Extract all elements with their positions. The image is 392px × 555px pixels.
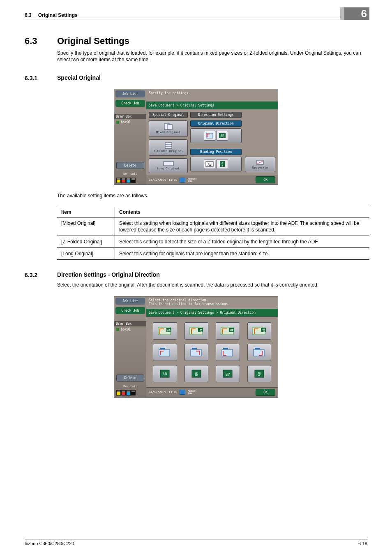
direction-option[interactable] (153, 344, 177, 361)
svg-rect-33 (192, 348, 197, 349)
table-intro: The available setting items are as follo… (57, 192, 367, 199)
message-bar: Specify the settings. (146, 89, 278, 102)
mfp-screenshot-special-original: Job List Check Job User Box box01 Delete… (114, 89, 278, 185)
direction-option[interactable]: AB (184, 365, 209, 382)
mixed-original-button[interactable]: Mixed Original (149, 120, 188, 137)
ok-button[interactable]: OK (256, 389, 275, 396)
z-folded-original-button[interactable]: Z-Folded Original (149, 139, 188, 156)
table-cell-contents: Select this setting for originals that a… (115, 248, 370, 260)
svg-text:B: B (221, 164, 223, 167)
delete-button[interactable]: Delete (116, 375, 144, 382)
page-footer: bizhub C360/C280/C220 6-18 (25, 539, 367, 546)
check-job-tab[interactable]: Check Job (115, 100, 145, 107)
svg-text:AB: AB (226, 372, 230, 376)
binding-position-button[interactable]: AB AB (190, 157, 242, 171)
check-job-tab[interactable]: Check Job (115, 307, 145, 314)
despeckle-icon (256, 160, 265, 165)
delete-button[interactable]: Delete (116, 162, 144, 169)
status-memory-value: 99% (188, 392, 197, 395)
long-original-button[interactable]: Long Original (149, 158, 188, 173)
status-time: 13:10 (168, 391, 177, 394)
despeckle-button[interactable]: Despeckle (245, 157, 275, 172)
user-box-item[interactable]: box01 (114, 119, 146, 125)
status-icon (180, 178, 185, 183)
special-original-column-header: Special Original (149, 112, 188, 118)
detail-button[interactable]: De- tail (116, 172, 144, 176)
table-cell-item: [Mixed Original] (57, 217, 115, 236)
direction-option[interactable]: AB (184, 322, 209, 340)
direction-option[interactable]: AB (216, 322, 240, 340)
breadcrumb: Save Document > Original Settings (146, 102, 278, 109)
direction-option[interactable]: AB (247, 365, 272, 382)
direction-option[interactable] (247, 344, 272, 361)
original-direction-label: Original Direction (190, 120, 242, 127)
long-original-icon (163, 161, 174, 166)
direction-option[interactable]: AB (153, 322, 177, 340)
table-cell-contents: Select this setting to detect the size o… (115, 236, 370, 247)
direction-option[interactable]: AB (153, 365, 177, 382)
status-memory-value: 99% (188, 180, 197, 183)
section-title: Original Settings (57, 36, 129, 46)
z-folded-icon (164, 142, 173, 149)
section-intro: Specify the type of original that is loa… (57, 50, 367, 63)
ok-button[interactable]: OK (256, 176, 275, 183)
svg-text:AB: AB (220, 134, 224, 138)
svg-text:AB: AB (167, 329, 171, 332)
original-direction-button[interactable]: AB (190, 128, 242, 143)
detail-button[interactable]: De- tail (116, 385, 144, 388)
orientation-ab-icon: AB (217, 131, 228, 141)
chapter-tab: 6 (344, 7, 369, 20)
despeckle-label: Despeckle (252, 166, 268, 169)
svg-text:AB: AB (230, 328, 233, 331)
mixed-original-label: Mixed Original (156, 131, 180, 134)
job-list-tab[interactable]: Job List (115, 298, 145, 305)
direction-option[interactable]: AB (216, 365, 240, 382)
status-icon (180, 390, 185, 395)
svg-point-15 (258, 162, 259, 162)
user-box-item[interactable]: box01 (114, 326, 146, 333)
subsection-title: Special Original (57, 74, 101, 81)
footer-page-number: 6-18 (358, 541, 367, 546)
table-row: [Long Original] Select this setting for … (57, 248, 369, 260)
job-list-tab[interactable]: Job List (115, 90, 145, 97)
table-cell-contents: Select this setting when loading origina… (115, 217, 370, 236)
panel-sidebar: Job List Check Job User Box box01 Delete… (114, 296, 146, 397)
direction-option[interactable] (216, 344, 240, 361)
table-cell-item: [Z-Folded Original] (57, 236, 115, 247)
toner-indicator (114, 389, 146, 397)
mfp-screenshot-original-direction: Job List Check Job User Box box01 Delete… (114, 296, 278, 398)
subsection-intro: Select the orientation of the original. … (57, 282, 367, 288)
user-box-label: User Box (114, 321, 146, 326)
svg-text:AB: AB (208, 163, 212, 166)
direction-option[interactable] (184, 344, 209, 361)
settings-table: Item Contents [Mixed Original] Select th… (57, 207, 369, 260)
subsection-number: 6.3.2 (25, 271, 47, 278)
table-row: [Mixed Original] Select this setting whe… (57, 217, 369, 236)
toner-indicator (114, 177, 146, 185)
breadcrumb: Save Document > Original Settings > Orig… (146, 309, 278, 317)
table-header-item: Item (57, 207, 115, 217)
direction-settings-column-header: Direction Settings (190, 112, 242, 118)
mixed-original-icon (164, 123, 173, 130)
binding-ab-stacked-icon: AB (217, 159, 228, 169)
subsection-title: Direction Settings - Original Direction (57, 271, 160, 278)
svg-rect-1 (167, 125, 172, 130)
footer-model: bizhub C360/C280/C220 (25, 541, 74, 546)
user-box-label: User Box (114, 114, 146, 119)
binding-ab-icon: AB (204, 159, 215, 169)
status-time: 13:10 (168, 178, 177, 182)
svg-rect-37 (255, 348, 260, 349)
header-sec-num: 6.3 (25, 12, 32, 18)
svg-text:AB: AB (163, 372, 167, 376)
direction-option[interactable]: AB (247, 322, 272, 340)
message-bar: Select the original direction. This is n… (146, 296, 278, 309)
table-header-contents: Contents (115, 207, 370, 217)
svg-text:AB: AB (257, 372, 261, 376)
svg-rect-35 (223, 348, 228, 349)
section-number: 6.3 (25, 36, 47, 46)
binding-position-label: Binding Position (190, 149, 242, 155)
panel-sidebar: Job List Check Job User Box box01 Delete… (114, 89, 146, 185)
z-folded-label: Z-Folded Original (154, 150, 183, 153)
orientation-icon (204, 131, 215, 141)
svg-text:AB: AB (262, 328, 265, 331)
